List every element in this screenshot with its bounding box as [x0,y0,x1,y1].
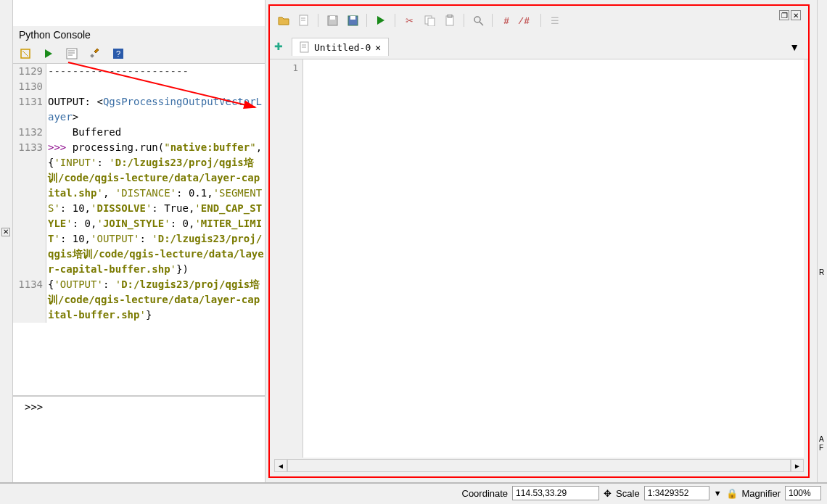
scroll-right-icon[interactable]: ► [791,459,804,472]
editor-body[interactable]: 1 [274,59,804,458]
svg-marker-17 [377,16,384,25]
help-icon[interactable]: ? [112,47,125,60]
svg-point-22 [474,17,480,22]
editor-hscroll[interactable]: ◄ ► [274,459,804,472]
tabs-overflow-icon[interactable]: ▼ [789,41,799,53]
tab-label: Untitled-0 [314,42,371,53]
scale-input[interactable] [644,486,709,500]
dock-close-icon[interactable]: ✕ [791,10,801,20]
console-title: Python Console [13,26,265,44]
run-script-icon[interactable] [374,14,387,27]
code-line: 1129----------------------- [13,64,265,79]
dock-close-icon[interactable]: ✕ [1,228,10,236]
cut-icon[interactable]: ✂ [403,14,416,27]
save-icon[interactable] [326,14,339,27]
editor-tab[interactable]: Untitled-0 ✕ [292,38,389,56]
coord-label: Coordinate [462,488,509,499]
code-line: 1134{'OUTPUT': 'D:/lzugis23/proj/qgis培训/… [13,277,265,323]
marker-a: A [819,435,824,443]
editor-tab-bar: ✚ Untitled-0 ✕ ▼ [270,35,808,59]
file-icon [300,41,310,53]
scroll-left-icon[interactable]: ◄ [274,459,287,472]
tab-close-icon[interactable]: ✕ [375,42,381,53]
svg-rect-19 [428,18,435,26]
uncomment-icon[interactable]: #⁄ [520,14,533,27]
open-icon[interactable] [277,14,290,27]
svg-rect-16 [350,16,355,20]
status-bar: Coordinate ✥ Scale ▼ 🔒 Magnifier [0,482,827,503]
right-dock-strip: R A F [817,0,827,482]
settings-icon[interactable] [89,47,102,60]
script-editor-panel: ❐ ✕ ✂ # #⁄ ☰ ✚ Untitle [268,4,810,478]
code-line: 1130 [13,79,265,94]
scale-label: Scale [616,488,640,499]
copy-icon[interactable] [423,14,436,27]
magnifier-input[interactable] [785,486,821,500]
run-icon[interactable] [42,47,55,60]
find-icon[interactable] [472,14,485,27]
show-editor-icon[interactable] [65,47,78,60]
save-as-icon[interactable] [346,14,359,27]
clear-icon[interactable] [19,47,32,60]
paste-icon[interactable] [443,14,456,27]
lock-icon[interactable]: 🔒 [726,488,738,499]
editor-gutter: 1 [274,59,303,458]
svg-line-23 [480,22,483,25]
left-dock-strip: ✕ [0,0,13,482]
marker-r: R [819,268,824,276]
extent-icon[interactable]: ✥ [604,488,612,499]
svg-text:?: ? [116,49,120,58]
new-file-icon[interactable] [297,14,310,27]
console-input[interactable]: >>> [13,395,265,482]
svg-rect-7 [90,54,94,58]
code-line: 1133>>> processing.run("native:buffer", … [13,140,265,277]
magnifier-label: Magnifier [742,488,781,499]
svg-marker-2 [45,49,52,58]
marker-f: F [819,444,823,452]
python-console-panel: Python Console ? 1129-------------------… [13,0,266,482]
code-line: 1131OUTPUT: <QgsProcessingOutputVectorLa… [13,94,265,125]
dock-restore-icon[interactable]: ❐ [779,10,789,20]
input-prompt: >>> [25,401,43,413]
coord-input[interactable] [512,486,599,500]
svg-line-1 [22,51,28,57]
svg-rect-14 [330,16,335,20]
new-tab-icon[interactable]: ✚ [274,41,287,54]
editor-toolbar: ✂ # #⁄ ☰ [270,6,808,35]
svg-rect-3 [67,49,77,59]
console-output[interactable]: 1129-----------------------11301131OUTPU… [13,64,265,395]
svg-rect-21 [448,15,452,17]
object-inspector-icon[interactable]: ☰ [548,14,561,27]
comment-icon[interactable]: # [500,14,513,27]
code-line: 1132 Buffered [13,125,265,140]
editor-content[interactable] [303,59,804,458]
console-toolbar: ? [13,44,265,64]
